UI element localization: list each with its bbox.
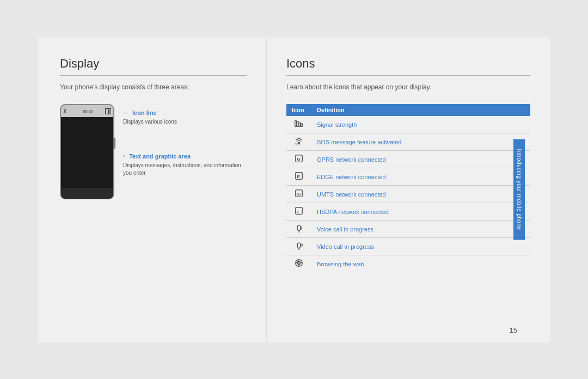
display-subtitle: Your phone's display consists of three a… [60,83,247,91]
table-row: Browsing the web [286,255,530,273]
side-tab: Introducing your mobile phone [513,139,525,240]
diagram-labels: — Icon line Displays various icons • Tex… [123,104,247,177]
left-panel: Display Your phone's display consists of… [38,37,267,342]
label-line-2: • Text and graphic area [123,153,247,160]
label-text-area-desc: Displays messages, instructions, and inf… [123,162,247,177]
def-cell: Signal strength [311,116,530,133]
icon-cell [286,238,311,255]
table-row: H+ HSDPA network connected [286,203,530,221]
svg-text:SOS: SOS [295,143,301,146]
display-title: Display [60,57,247,76]
col-def-header: Definition [311,104,530,116]
phone-battery: ▐ [105,108,111,114]
icon-cell: H+ [286,203,311,221]
svg-rect-3 [301,124,303,126]
table-header-row: Icon Definition [286,104,530,116]
svg-rect-14 [301,244,303,246]
svg-text:G: G [297,157,300,162]
table-row: E EDGE network connected [286,168,530,186]
label-line-1: — Icon line [123,109,247,116]
svg-text:E: E [297,174,300,179]
icons-table: Icon Definition Signal strength SOS SOS … [286,104,530,272]
phone-signal: ☧ [63,109,71,114]
label-icon-line-desc: Displays various icons [123,118,247,126]
icon-cell: SOS [286,133,311,151]
svg-rect-0 [295,121,297,127]
phone-diagram: ☧ 00:00 ▐ — Icon line Displays various i… [60,104,247,199]
right-panel: Icons Learn about the icons that appear … [267,37,550,342]
page-container: Display Your phone's display consists of… [38,37,550,342]
phone-bottom [61,188,113,199]
svg-text:H+: H+ [296,210,299,213]
svg-rect-2 [299,123,301,126]
icon-cell: G [286,151,311,168]
phone-side-button [113,138,115,149]
page-number: 15 [510,326,517,334]
phone-screen-top: ☧ 00:00 ▐ [61,105,113,117]
phone-time: 00:00 [83,109,93,113]
def-cell: Video call in progress [311,238,530,255]
icon-cell: E [286,168,311,186]
table-row: Video call in progress [286,238,530,255]
svg-rect-1 [297,121,298,126]
table-row: G GPRS network connected [286,151,530,168]
icon-cell [286,221,311,238]
svg-text:3G: 3G [297,192,302,196]
def-cell: GPRS network connected [311,151,530,168]
label-text-area: • Text and graphic area Displays message… [123,153,247,177]
label-icon-line-title: Icon line [132,109,157,116]
label-text-area-title: Text and graphic area [129,153,191,160]
phone-mockup: ☧ 00:00 ▐ [60,104,114,199]
table-row: Signal strength [286,116,530,133]
table-row: Voice call in progress [286,221,530,238]
phone-screen-body [61,117,113,188]
def-cell: Browsing the web [311,255,530,273]
icon-cell: 3G [286,186,311,203]
table-row: SOS SOS message feature activated [286,133,530,151]
icons-title: Icons [286,57,530,76]
col-icon-header: Icon [286,104,311,116]
def-cell: SOS message feature activated [311,133,530,151]
table-row: 3G UMTS network connected [286,186,530,203]
icon-cell [286,255,311,273]
def-cell: Voice call in progress [311,221,530,238]
label-icon-line: — Icon line Displays various icons [123,109,247,126]
def-cell: EDGE network connected [311,168,530,186]
icon-cell [286,116,311,133]
def-cell: HSDPA network connected [311,203,530,221]
icons-subtitle: Learn about the icons that appear on you… [286,83,530,91]
def-cell: UMTS network connected [311,186,530,203]
